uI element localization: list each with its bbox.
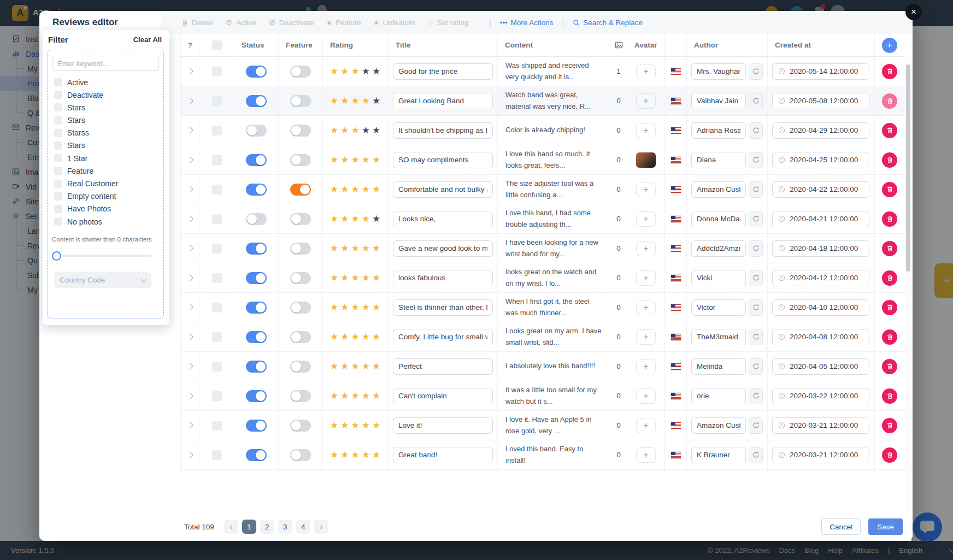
feature-toggle[interactable] xyxy=(290,184,311,196)
title-input[interactable] xyxy=(393,122,493,139)
delete-row-button[interactable] xyxy=(882,359,897,374)
feature-button[interactable]: ★Feature xyxy=(326,19,361,27)
page-button-3[interactable]: 3 xyxy=(278,520,292,534)
refresh-author-button[interactable] xyxy=(749,447,763,463)
refresh-author-button[interactable] xyxy=(749,417,763,434)
avatar-upload-button[interactable]: + xyxy=(636,241,656,256)
status-toggle[interactable] xyxy=(246,361,267,373)
filter-checkbox-real-customer[interactable]: Real Customer xyxy=(54,180,159,188)
avatar-upload-button[interactable]: + xyxy=(636,359,656,374)
title-input[interactable] xyxy=(393,329,493,345)
title-input[interactable] xyxy=(393,299,493,316)
filter-checkbox-feature[interactable]: Feature xyxy=(54,167,159,175)
delete-row-button[interactable] xyxy=(882,211,897,227)
rating-stars[interactable]: ★★★★★ xyxy=(330,272,383,284)
feature-toggle[interactable] xyxy=(290,66,311,78)
refresh-author-button[interactable] xyxy=(749,152,763,168)
rating-stars[interactable]: ★★★★★ xyxy=(330,66,383,77)
refresh-author-button[interactable] xyxy=(749,63,763,80)
title-input[interactable] xyxy=(393,388,493,404)
status-toggle[interactable] xyxy=(246,420,267,432)
feature-toggle[interactable] xyxy=(290,449,311,461)
author-input[interactable] xyxy=(691,329,746,345)
author-input[interactable] xyxy=(691,122,746,139)
active-button[interactable]: Active xyxy=(225,19,256,27)
feature-toggle[interactable] xyxy=(290,95,311,107)
unfeature-button[interactable]: ★Unfeature xyxy=(373,19,415,27)
delete-row-button[interactable] xyxy=(882,64,897,79)
title-input[interactable] xyxy=(393,270,493,286)
delete-row-button[interactable] xyxy=(882,388,897,404)
expand-row-icon[interactable] xyxy=(186,333,193,340)
created-at-input[interactable]: 2020-03-22 12:00:00 xyxy=(772,388,869,404)
filter-checkbox-no-photos[interactable]: No photos xyxy=(54,217,159,226)
filter-checkbox-active[interactable]: Active xyxy=(54,78,159,86)
more-actions-button[interactable]: ••• More Actions xyxy=(500,19,554,27)
delete-row-button[interactable] xyxy=(882,418,897,433)
avatar-upload-button[interactable]: + xyxy=(636,388,656,404)
prev-page-button[interactable]: ‹ xyxy=(224,520,238,534)
row-checkbox[interactable] xyxy=(212,67,222,76)
clear-all-button[interactable]: Clear All xyxy=(133,36,162,44)
feature-toggle[interactable] xyxy=(290,154,311,166)
title-input[interactable] xyxy=(393,447,493,463)
delete-row-button[interactable] xyxy=(882,300,897,315)
add-review-button[interactable]: + xyxy=(882,38,897,53)
created-at-input[interactable]: 2020-04-29 12:00:00 xyxy=(772,122,869,139)
status-toggle[interactable] xyxy=(246,272,267,284)
title-input[interactable] xyxy=(393,211,493,227)
author-input[interactable] xyxy=(691,270,746,286)
expand-row-icon[interactable] xyxy=(186,215,193,222)
page-button-2[interactable]: 2 xyxy=(260,520,274,534)
feature-toggle[interactable] xyxy=(290,272,311,284)
created-at-input[interactable]: 2020-04-05 12:00:00 xyxy=(772,358,869,375)
scrollbar[interactable] xyxy=(905,57,911,541)
rating-stars[interactable]: ★★★★★ xyxy=(330,213,383,225)
row-checkbox[interactable] xyxy=(212,421,222,431)
author-input[interactable] xyxy=(691,63,746,80)
refresh-author-button[interactable] xyxy=(749,299,763,316)
author-input[interactable] xyxy=(691,299,746,316)
created-at-input[interactable]: 2020-05-14 12:00:00 xyxy=(772,63,869,80)
deactivate-button[interactable]: Deactivate xyxy=(268,19,314,27)
feature-toggle[interactable] xyxy=(290,390,311,402)
rating-stars[interactable]: ★★★★★ xyxy=(330,331,383,343)
rating-stars[interactable]: ★★★★★ xyxy=(330,95,383,107)
row-checkbox[interactable] xyxy=(212,332,222,342)
avatar-upload-button[interactable]: + xyxy=(636,64,656,79)
expand-row-icon[interactable] xyxy=(186,392,193,399)
rating-stars[interactable]: ★★★★★ xyxy=(330,154,383,166)
feature-toggle[interactable] xyxy=(290,213,311,225)
title-input[interactable] xyxy=(393,358,493,375)
refresh-author-button[interactable] xyxy=(749,388,763,404)
status-toggle[interactable] xyxy=(246,331,267,343)
status-toggle[interactable] xyxy=(246,243,267,255)
delete-row-button[interactable] xyxy=(882,123,897,138)
close-modal-button[interactable]: × xyxy=(905,4,922,20)
status-toggle[interactable] xyxy=(246,154,267,166)
created-at-input[interactable]: 2020-05-08 12:00:00 xyxy=(772,93,869,109)
created-at-input[interactable]: 2020-04-10 12:00:00 xyxy=(772,299,869,316)
row-checkbox[interactable] xyxy=(212,273,222,283)
avatar-upload-button[interactable]: + xyxy=(636,300,656,315)
status-toggle[interactable] xyxy=(246,125,267,137)
status-toggle[interactable] xyxy=(246,302,267,314)
author-input[interactable] xyxy=(691,417,746,434)
delete-row-button[interactable] xyxy=(882,329,897,345)
title-input[interactable] xyxy=(393,181,493,198)
expand-row-icon[interactable] xyxy=(186,245,193,252)
refresh-author-button[interactable] xyxy=(749,358,763,375)
refresh-author-button[interactable] xyxy=(749,240,763,257)
page-button-4[interactable]: 4 xyxy=(296,520,310,534)
delete-row-button[interactable] xyxy=(882,182,897,197)
created-at-input[interactable]: 2020-04-18 12:00:00 xyxy=(772,240,869,257)
expand-row-icon[interactable] xyxy=(186,97,193,104)
slider-handle[interactable] xyxy=(52,251,61,261)
row-checkbox[interactable] xyxy=(212,244,222,254)
status-toggle[interactable] xyxy=(246,390,267,402)
avatar-upload-button[interactable]: + xyxy=(636,211,656,227)
rating-stars[interactable]: ★★★★★ xyxy=(330,361,383,372)
title-input[interactable] xyxy=(393,93,493,109)
delete-row-button[interactable] xyxy=(882,270,897,286)
next-page-button[interactable]: › xyxy=(314,520,328,534)
